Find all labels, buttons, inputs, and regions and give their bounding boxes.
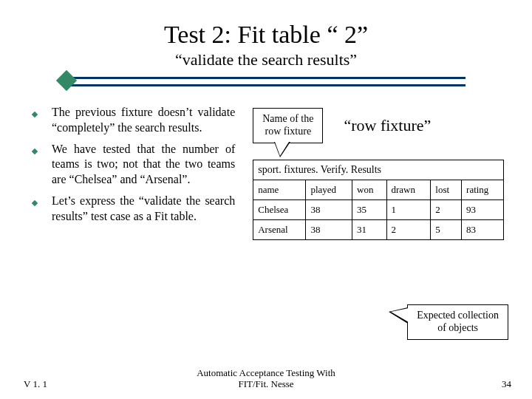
- bullet-item: We have tested that the number of teams …: [28, 142, 235, 188]
- table-header-row: name played won drawn lost rating: [253, 180, 504, 200]
- row-fixture-label: “row fixture”: [344, 116, 431, 135]
- bullet-item: Let’s express the “validate the search r…: [28, 194, 235, 225]
- footer-page-number: 34: [480, 378, 532, 390]
- bullet-icon: [28, 194, 41, 225]
- footer: V 1. 1 Automatic Acceptance Testing With…: [0, 367, 532, 390]
- right-column: Name of the row fixture “row fixture” sp…: [247, 105, 504, 240]
- callout-row: Name of the row fixture “row fixture”: [253, 108, 504, 143]
- fit-table: sport. fixtures. Verify. Results name pl…: [253, 160, 504, 240]
- table-header-cell: lost: [431, 180, 462, 200]
- table-cell: Chelsea: [253, 200, 306, 219]
- fixture-name-cell: sport. fixtures. Verify. Results: [253, 160, 504, 180]
- bullet-text: The previous fixture doesn’t validate “c…: [41, 105, 235, 136]
- bullet-column: The previous fixture doesn’t validate “c…: [28, 105, 247, 240]
- table-header-cell: drawn: [386, 180, 431, 200]
- table-row: Arsenal 38 31 2 5 83: [253, 219, 504, 239]
- table-cell: 35: [352, 200, 387, 219]
- bullet-icon: [28, 142, 41, 188]
- callout-text: Name of the row fixture: [262, 113, 313, 137]
- table-cell: 2: [431, 200, 462, 219]
- table-cell: 83: [462, 219, 504, 239]
- table-header-cell: played: [306, 180, 352, 200]
- table-row: Chelsea 38 35 1 2 93: [253, 200, 504, 219]
- content-area: The previous fixture doesn’t validate “c…: [0, 87, 532, 240]
- slide-subtitle: “validate the search results”: [0, 50, 532, 69]
- table-header-cell: name: [253, 180, 306, 200]
- bullet-text: We have tested that the number of teams …: [41, 142, 235, 188]
- table-cell: 2: [386, 219, 431, 239]
- table-header-cell: won: [352, 180, 387, 200]
- bullet-icon: [28, 105, 41, 136]
- slide-title: Test 2: Fit table “ 2”: [0, 21, 532, 49]
- title-underline: [66, 77, 466, 87]
- title-block: Test 2: Fit table “ 2” “validate the sea…: [0, 0, 532, 87]
- table-cell: 38: [306, 200, 352, 219]
- bullet-list: The previous fixture doesn’t validate “c…: [28, 105, 235, 225]
- callout-text: Expected collection of objects: [417, 310, 499, 333]
- table-cell: 1: [386, 200, 431, 219]
- callout-expected-collection: Expected collection of objects: [407, 304, 508, 340]
- fixture-name-row: sport. fixtures. Verify. Results: [253, 160, 504, 180]
- table-cell: 31: [352, 219, 387, 239]
- footer-center: Automatic Acceptance Testing With FIT/Fi…: [52, 367, 480, 390]
- footer-version: V 1. 1: [0, 378, 52, 390]
- bullet-item: The previous fixture doesn’t validate “c…: [28, 105, 235, 136]
- table-cell: 38: [306, 219, 352, 239]
- table-cell: 93: [462, 200, 504, 219]
- bullet-text: Let’s express the “validate the search r…: [41, 194, 235, 225]
- callout-name-of-row-fixture: Name of the row fixture: [253, 108, 323, 143]
- table-header-cell: rating: [462, 180, 504, 200]
- table-cell: Arsenal: [253, 219, 306, 239]
- slide: Test 2: Fit table “ 2” “validate the sea…: [0, 0, 532, 399]
- table-cell: 5: [431, 219, 462, 239]
